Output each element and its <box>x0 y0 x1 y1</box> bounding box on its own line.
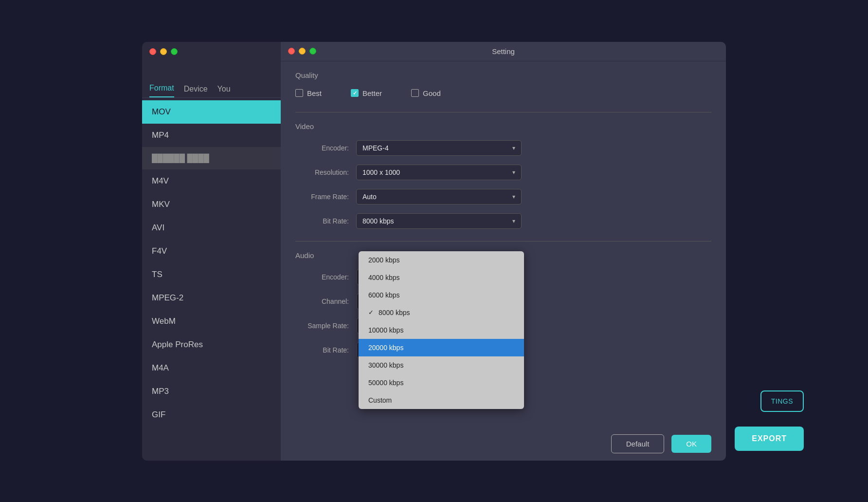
format-list: MOV MP4 ██████ ████ M4V MKV AVI F4V TS M… <box>142 98 281 461</box>
bottom-actions: Default OK <box>281 427 726 461</box>
close-button-main[interactable] <box>288 48 295 55</box>
default-button[interactable]: Default <box>611 434 665 453</box>
format-item-m4v[interactable]: M4V <box>142 169 281 193</box>
good-label: Good <box>423 89 441 97</box>
video-bit-rate-row: Bit Rate: 8000 kbps ▾ <box>295 213 711 229</box>
encoder-row: Encoder: MPEG-4 ▾ <box>295 140 711 156</box>
main-traffic-lights <box>288 48 316 55</box>
dropdown-item-20000[interactable]: 20000 kbps <box>359 339 524 356</box>
dropdown-item-10000[interactable]: 10000 kbps <box>359 321 524 339</box>
resolution-arrow-icon: ▾ <box>512 169 515 176</box>
tab-format[interactable]: Format <box>149 84 174 97</box>
video-bit-rate-select[interactable]: 8000 kbps ▾ <box>356 213 522 229</box>
maximize-button-main[interactable] <box>309 48 316 55</box>
quality-section-header: Quality <box>295 71 711 79</box>
window-title: Setting <box>492 47 515 56</box>
encoder-label: Encoder: <box>295 144 349 152</box>
format-item-mov[interactable]: MOV <box>142 100 281 124</box>
app-window: Format Device You MOV MP4 ██████ ████ M4… <box>142 42 726 461</box>
format-item-blurred[interactable]: ██████ ████ <box>142 147 281 169</box>
video-bit-rate-label: Bit Rate: <box>295 217 349 225</box>
export-button[interactable]: EXPORT <box>735 427 804 451</box>
main-panel: Setting Quality Best Better Good <box>281 42 726 461</box>
encoder-select[interactable]: MPEG-4 ▾ <box>356 140 522 156</box>
format-item-ts[interactable]: TS <box>142 263 281 286</box>
video-section-header: Video <box>295 122 711 130</box>
minimize-button-main[interactable] <box>299 48 306 55</box>
resolution-select[interactable]: 1000 x 1000 ▾ <box>356 165 522 180</box>
audio-bit-rate-label: Bit Rate: <box>295 346 349 354</box>
ok-button[interactable]: OK <box>671 435 711 453</box>
best-checkbox[interactable] <box>295 89 303 97</box>
video-bit-rate-arrow-icon: ▾ <box>512 218 515 224</box>
audio-encoder-label: Encoder: <box>295 273 349 281</box>
sidebar: Format Device You MOV MP4 ██████ ████ M4… <box>142 42 281 461</box>
settings-content: Quality Best Better Good Video <box>281 61 726 427</box>
frame-rate-select[interactable]: Auto ▾ <box>356 189 522 205</box>
encoder-arrow-icon: ▾ <box>512 145 515 151</box>
format-item-mkv[interactable]: MKV <box>142 193 281 216</box>
quality-best[interactable]: Best <box>295 89 322 97</box>
sample-rate-label: Sample Rate: <box>295 322 349 330</box>
frame-rate-value: Auto <box>362 193 377 201</box>
sidebar-titlebar <box>142 42 281 61</box>
divider-2 <box>295 241 711 242</box>
dropdown-item-6000[interactable]: 6000 kbps <box>359 286 524 304</box>
format-item-appleprores[interactable]: Apple ProRes <box>142 333 281 356</box>
tab-device[interactable]: Device <box>184 85 208 97</box>
format-item-gif[interactable]: GIF <box>142 403 281 427</box>
divider-1 <box>295 112 711 112</box>
better-label: Better <box>362 89 382 97</box>
format-item-m4a[interactable]: M4A <box>142 356 281 380</box>
format-item-mpeg2[interactable]: MPEG-2 <box>142 286 281 310</box>
dropdown-item-custom[interactable]: Custom <box>359 391 524 409</box>
resolution-value: 1000 x 1000 <box>362 168 400 176</box>
format-item-mp4[interactable]: MP4 <box>142 124 281 147</box>
format-item-mp3[interactable]: MP3 <box>142 380 281 403</box>
main-titlebar: Setting <box>281 42 726 61</box>
best-label: Best <box>307 89 322 97</box>
good-checkbox[interactable] <box>411 89 419 97</box>
resolution-label: Resolution: <box>295 168 349 176</box>
dropdown-item-8000[interactable]: 8000 kbps <box>359 304 524 321</box>
dropdown-item-50000[interactable]: 50000 kbps <box>359 374 524 391</box>
maximize-button-sidebar[interactable] <box>171 48 178 55</box>
quality-better[interactable]: Better <box>351 89 382 97</box>
encoder-value: MPEG-4 <box>362 144 389 152</box>
channel-label: Channel: <box>295 297 349 305</box>
format-item-f4v[interactable]: F4V <box>142 240 281 263</box>
frame-rate-label: Frame Rate: <box>295 193 349 201</box>
better-checkbox[interactable] <box>351 89 359 97</box>
format-item-webm[interactable]: WebM <box>142 310 281 333</box>
extra-settings-button[interactable]: TINGS <box>760 390 804 412</box>
dropdown-item-30000[interactable]: 30000 kbps <box>359 356 524 374</box>
minimize-button-sidebar[interactable] <box>160 48 167 55</box>
video-bit-rate-value: 8000 kbps <box>362 217 394 225</box>
video-section: Video Encoder: MPEG-4 ▾ Resolution: 1000… <box>295 122 711 229</box>
frame-rate-arrow-icon: ▾ <box>512 193 515 200</box>
resolution-row: Resolution: 1000 x 1000 ▾ <box>295 165 711 180</box>
tab-you[interactable]: You <box>217 85 231 97</box>
format-item-avi[interactable]: AVI <box>142 216 281 240</box>
bitrate-dropdown: 2000 kbps 4000 kbps 6000 kbps 8000 kbps … <box>359 251 524 409</box>
quality-good[interactable]: Good <box>411 89 441 97</box>
dropdown-item-2000[interactable]: 2000 kbps <box>359 251 524 269</box>
quality-row: Best Better Good <box>295 89 711 97</box>
frame-rate-row: Frame Rate: Auto ▾ <box>295 189 711 205</box>
dropdown-item-4000[interactable]: 4000 kbps <box>359 269 524 286</box>
close-button-sidebar[interactable] <box>149 48 156 55</box>
sidebar-tabs: Format Device You <box>142 61 281 98</box>
